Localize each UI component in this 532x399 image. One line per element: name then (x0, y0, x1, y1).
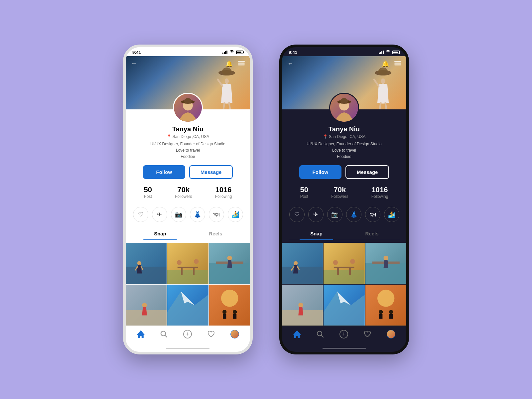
svg-rect-60 (324, 270, 364, 284)
cat-heart-dark[interactable]: ♡ (289, 207, 305, 222)
cat-food-light[interactable]: 🍽 (209, 207, 224, 222)
following-stat-light: 1016 Following (215, 186, 232, 199)
battery-icon-dark (392, 51, 400, 54)
cat-fashion-light[interactable]: 👗 (190, 207, 205, 222)
profile-bio-light: UI/UX Designer, Founder of Design Studio… (132, 141, 243, 160)
bottom-nav-light: + (126, 326, 250, 345)
avatar-dark (282, 93, 406, 123)
photo-4-light[interactable] (126, 285, 167, 326)
heart-icon-dark (364, 331, 371, 337)
profile-name-light: Tanya Niu (132, 125, 243, 133)
followers-stat-dark: 70k Followers (331, 186, 348, 199)
photo-2-dark[interactable] (324, 243, 364, 284)
message-button-dark[interactable]: Message (345, 165, 389, 179)
time-dark: 9:41 (289, 50, 297, 55)
photo-2-light[interactable] (167, 243, 208, 284)
svg-point-79 (389, 310, 393, 314)
home-icon-light (137, 330, 145, 338)
nav-profile-light[interactable] (230, 330, 239, 338)
photo-6-dark[interactable] (365, 285, 406, 326)
photo-grid-light (126, 240, 250, 326)
add-icon-light: + (183, 330, 192, 338)
nav-search-dark[interactable] (317, 331, 324, 338)
svg-rect-49 (394, 65, 401, 66)
tab-reels-dark[interactable]: Reels (344, 227, 400, 240)
tab-snap-dark[interactable]: Snap (289, 227, 344, 240)
svg-rect-7 (238, 63, 245, 64)
nav-home-dark[interactable] (293, 330, 301, 338)
cat-travel-light[interactable]: ✈ (152, 207, 167, 222)
cat-food-dark[interactable]: 🍽 (365, 207, 380, 222)
tab-snap-light[interactable]: Snap (132, 227, 188, 240)
message-button-light[interactable]: Message (189, 165, 233, 179)
follow-button-light[interactable]: Follow (143, 165, 186, 179)
svg-rect-48 (394, 63, 401, 64)
search-icon-dark (317, 331, 324, 338)
header-icons-light: ← 🔔 (126, 60, 250, 67)
svg-rect-55 (282, 267, 323, 284)
svg-point-64 (333, 260, 338, 265)
svg-point-31 (142, 303, 147, 307)
phone-dark: 9:41 ← 🔔 (279, 45, 409, 354)
action-buttons-light: Follow Message (126, 160, 250, 183)
nav-heart-light[interactable] (207, 331, 215, 337)
menu-icon-light[interactable] (238, 60, 245, 67)
cat-camera-light[interactable]: 📷 (171, 207, 186, 222)
svg-point-53 (340, 98, 348, 104)
nav-profile-dark[interactable] (387, 330, 395, 338)
photo-1-light[interactable] (126, 243, 167, 284)
profile-avatar-nav-dark (387, 330, 395, 338)
tab-reels-light[interactable]: Reels (188, 227, 243, 240)
home-indicator-dark (282, 345, 406, 352)
cat-sport-dark[interactable]: 🏄 (384, 207, 399, 222)
profile-location-light: 📍 San Diego ,CA, USA (132, 134, 243, 139)
nav-add-dark[interactable]: + (339, 330, 348, 338)
menu-icon-dark[interactable] (394, 60, 401, 67)
avatar-light (126, 93, 250, 123)
categories-dark: ♡ ✈ 📷 👗 🍽 🏄 (282, 204, 406, 227)
status-icons-light (222, 50, 243, 55)
photo-5-light[interactable] (167, 285, 208, 326)
posts-stat-light: 50 Post (144, 186, 152, 199)
profile-name-dark: Tanya Niu (289, 125, 400, 133)
nav-add-light[interactable]: + (183, 330, 192, 338)
cat-camera-dark[interactable]: 📷 (327, 207, 342, 222)
notification-icon-dark[interactable]: 🔔 (382, 60, 389, 67)
photo-4-dark[interactable] (282, 285, 323, 326)
photo-3-dark[interactable] (365, 243, 406, 284)
location-icon-light: 📍 (167, 134, 172, 139)
location-icon-dark: 📍 (323, 134, 328, 139)
signal-icon-dark (379, 51, 384, 54)
svg-point-77 (377, 290, 394, 307)
svg-rect-20 (178, 267, 198, 268)
svg-rect-6 (238, 61, 245, 62)
back-icon-light[interactable]: ← (131, 60, 137, 67)
status-bar-light: 9:41 (126, 47, 250, 56)
cat-sport-light[interactable]: 🏄 (228, 207, 243, 222)
svg-point-2 (225, 78, 229, 84)
photo-1-dark[interactable] (282, 243, 323, 284)
photo-grid-dark (282, 240, 406, 326)
svg-rect-8 (238, 65, 245, 66)
nav-home-light[interactable] (137, 330, 145, 338)
follow-button-dark[interactable]: Follow (299, 165, 342, 179)
svg-point-28 (227, 256, 232, 260)
nav-search-light[interactable] (160, 331, 168, 338)
bottom-nav-dark: + (282, 326, 406, 345)
photo-6-light[interactable] (209, 285, 250, 326)
svg-rect-61 (334, 267, 354, 268)
svg-line-81 (321, 335, 323, 337)
followers-stat-light: 70k Followers (175, 186, 192, 199)
profile-location-dark: 📍 San Diego ,CA, USA (289, 134, 400, 139)
wifi-icon (229, 50, 234, 55)
notification-icon-light[interactable]: 🔔 (225, 60, 233, 67)
back-icon-dark[interactable]: ← (287, 60, 293, 67)
cat-travel-dark[interactable]: ✈ (308, 207, 324, 222)
nav-heart-dark[interactable] (364, 331, 371, 337)
time-light: 9:41 (132, 50, 141, 55)
photo-3-light[interactable] (209, 243, 250, 284)
cat-heart-light[interactable]: ♡ (133, 207, 148, 222)
svg-rect-21 (181, 268, 183, 275)
cat-fashion-dark[interactable]: 👗 (346, 207, 361, 222)
photo-5-dark[interactable] (324, 285, 364, 326)
